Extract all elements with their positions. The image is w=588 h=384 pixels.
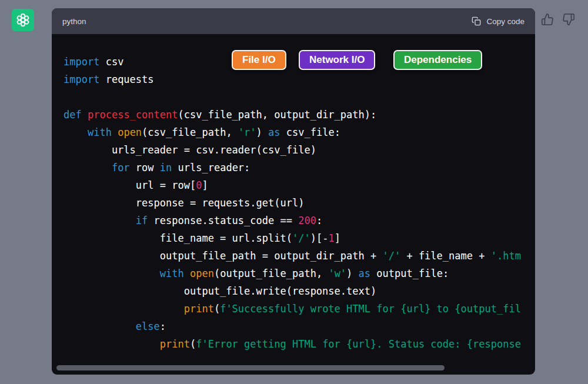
code-area: import csv import requests def process_c…	[52, 34, 535, 375]
badge-file-io[interactable]: File I/O	[232, 50, 286, 70]
language-label: python	[62, 17, 86, 26]
assistant-avatar	[12, 9, 34, 31]
copy-code-label: Copy code	[486, 17, 524, 26]
feedback-controls	[541, 13, 575, 26]
code-content: import csv import requests def process_c…	[52, 34, 535, 353]
thumbs-up-button[interactable]	[541, 13, 554, 26]
horizontal-scrollbar[interactable]	[56, 365, 445, 370]
thumbs-up-icon	[541, 13, 554, 26]
copy-icon	[472, 16, 481, 26]
code-block-header: python Copy code	[52, 8, 535, 34]
openai-logo-icon	[15, 12, 31, 28]
code-block: python Copy code import csv import reque…	[52, 8, 535, 375]
copy-code-button[interactable]: Copy code	[472, 16, 524, 26]
badge-dependencies[interactable]: Dependencies	[393, 50, 482, 70]
thumbs-down-icon	[562, 13, 575, 26]
thumbs-down-button[interactable]	[562, 13, 575, 26]
badge-network-io[interactable]: Network I/O	[299, 50, 375, 70]
